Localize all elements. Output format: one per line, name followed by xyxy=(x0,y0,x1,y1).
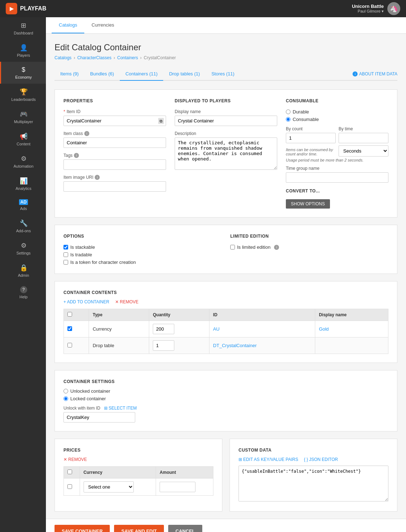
sidebar-item-players[interactable]: 👤 Players xyxy=(0,39,46,62)
sidebar-item-settings[interactable]: ⚙ Settings xyxy=(0,237,46,260)
locked-radio[interactable] xyxy=(63,396,68,401)
locked-container-option[interactable]: Locked container xyxy=(63,396,388,401)
breadcrumb-sep3: › xyxy=(140,55,142,60)
sidebar-item-automation[interactable]: ⚙ Automation xyxy=(0,150,46,173)
prices-title: PRICES xyxy=(63,448,213,453)
about-item-data-link[interactable]: i ABOUT ITEM DATA xyxy=(353,68,397,80)
json-editor-link[interactable]: { } JSON EDITOR xyxy=(304,457,338,462)
consumable-option[interactable]: Consumable xyxy=(286,117,388,122)
item-image-uri-info-icon[interactable]: i xyxy=(95,175,100,180)
avatar[interactable]: 🦄 xyxy=(387,2,400,15)
sidebar-item-admin[interactable]: 🔒 Admin xyxy=(0,260,46,282)
user-menu[interactable]: Unicorn Battle Paul Gilmore ▾ 🦄 xyxy=(352,2,400,15)
durable-option[interactable]: Durable xyxy=(286,109,388,115)
sidebar-item-economy[interactable]: $ Economy xyxy=(0,62,46,84)
is-token-checkbox[interactable] xyxy=(63,260,68,265)
row1-display-name-link[interactable]: Gold xyxy=(319,326,329,332)
sidebar-item-multiplayer[interactable]: 🎮 Multiplayer xyxy=(0,106,46,128)
copy-button[interactable]: ⧉ xyxy=(158,118,164,124)
row1-id: AU xyxy=(209,321,315,337)
price-row-checkbox[interactable] xyxy=(67,484,72,489)
row2-id-link[interactable]: DT_CrystalContainer xyxy=(213,343,256,348)
is-tradable-checkbox[interactable] xyxy=(63,252,68,257)
prices-select-all[interactable] xyxy=(67,470,72,474)
time-unit-select[interactable]: Seconds Minutes Hours Days xyxy=(339,145,388,157)
by-time-label: By time xyxy=(339,126,388,131)
prices-remove-link[interactable]: ✕ REMOVE xyxy=(63,457,87,462)
unlocked-container-option[interactable]: Unlocked container xyxy=(63,388,388,394)
time-group-name-input[interactable] xyxy=(286,172,388,183)
is-token-option[interactable]: Is a token for character creation xyxy=(63,260,222,265)
tags-input[interactable] xyxy=(63,159,166,170)
unlocked-radio[interactable] xyxy=(63,389,68,393)
item-class-input[interactable] xyxy=(63,137,166,148)
row1-type: Currency xyxy=(89,321,149,337)
breadcrumb-catalogs[interactable]: Catalogs xyxy=(55,55,71,60)
sidebar-item-ads[interactable]: AD Ads xyxy=(0,195,46,215)
analytics-icon: 📊 xyxy=(20,177,28,185)
item-id-input[interactable] xyxy=(63,116,166,126)
is-limited-info-icon[interactable]: i xyxy=(274,245,279,250)
sidebar-item-leaderboards[interactable]: 🏆 Leaderboards xyxy=(0,84,46,106)
json-editor-icon: { } xyxy=(304,457,308,462)
tab-catalogs[interactable]: Catalogs xyxy=(52,17,84,33)
is-stackable-checkbox[interactable] xyxy=(63,245,68,249)
sub-tab-stores[interactable]: Stores (11) xyxy=(206,67,240,81)
durable-radio[interactable] xyxy=(286,109,291,114)
custom-data-textarea[interactable]: {"usableInBattle":"false","icon":"WhiteC… xyxy=(239,466,388,501)
is-limited-edition-option[interactable]: Is limited edition i xyxy=(230,244,388,250)
description-input[interactable]: The crystallized, ectoplasmic remains fr… xyxy=(175,137,277,170)
properties-title: PROPERTIES xyxy=(63,98,166,103)
key-value-pairs-link[interactable]: ⊞ EDIT AS KEY/VALUE PAIRS xyxy=(239,457,298,462)
user-name: Paul Gilmore ▾ xyxy=(352,9,384,14)
row2-checkbox[interactable] xyxy=(67,343,72,347)
sidebar-item-label: Ads xyxy=(20,206,27,211)
row1-id-link[interactable]: AU xyxy=(213,326,219,332)
row1-checkbox[interactable] xyxy=(67,326,72,331)
item-image-uri-input[interactable] xyxy=(63,181,166,192)
row2-id: DT_CrystalContainer xyxy=(209,337,315,354)
remove-container-link[interactable]: ✕ REMOVE xyxy=(115,299,138,304)
top-nav: ▶ PLAYFAB Unicorn Battle Paul Gilmore ▾ … xyxy=(0,0,406,17)
sidebar-item-analytics[interactable]: 📊 Analytics xyxy=(0,173,46,195)
sub-tab-bundles[interactable]: Bundles (6) xyxy=(84,67,119,81)
currency-select[interactable]: Select one xyxy=(84,481,134,493)
sub-tab-droptables[interactable]: Drop tables (1) xyxy=(163,67,206,81)
sidebar-item-addons[interactable]: 🔧 Add-ons xyxy=(0,215,46,237)
unlock-item-input[interactable] xyxy=(63,412,135,423)
tags-info-icon[interactable]: i xyxy=(74,153,79,158)
price-amount-input[interactable] xyxy=(160,482,195,492)
by-time-input[interactable] xyxy=(339,133,388,143)
sidebar-item-dashboard[interactable]: ⊞ Dashboard xyxy=(0,17,46,39)
cancel-button[interactable]: CANCEL xyxy=(168,525,202,532)
show-options-button[interactable]: SHOW OPTIONS xyxy=(286,199,330,209)
sidebar-item-content[interactable]: 📢 Content xyxy=(0,128,46,150)
item-class-info-icon[interactable]: i xyxy=(84,131,89,136)
row1-quantity xyxy=(149,321,209,337)
price-row-checkbox-cell xyxy=(64,479,80,496)
row2-quantity-input[interactable] xyxy=(153,340,174,351)
add-to-container-link[interactable]: + ADD TO CONTAINER xyxy=(63,299,109,304)
is-stackable-option[interactable]: Is stackable xyxy=(63,244,222,250)
breadcrumb-characterclasses[interactable]: CharacterClasses xyxy=(77,55,111,60)
by-count-input[interactable] xyxy=(286,133,336,143)
breadcrumb-current: CrystalContainer xyxy=(144,55,176,60)
consumable-radio[interactable] xyxy=(286,117,291,122)
save-and-edit-button[interactable]: SAVE AND EDIT xyxy=(114,525,164,532)
display-name-input[interactable] xyxy=(175,116,277,126)
time-group-name-label: Time group name xyxy=(286,166,388,171)
is-tradable-option[interactable]: Is tradable xyxy=(63,252,222,257)
breadcrumb-containers[interactable]: Containers xyxy=(117,55,138,60)
prices-header-row: Currency Amount xyxy=(64,467,213,479)
is-limited-edition-checkbox[interactable] xyxy=(230,245,235,249)
sidebar-item-help[interactable]: ? Help xyxy=(0,282,46,303)
sub-tab-items[interactable]: Items (9) xyxy=(55,67,84,81)
options-section: OPTIONS Is stackable Is tradable Is a to… xyxy=(55,225,397,274)
sub-tab-containers[interactable]: Containers (11) xyxy=(120,67,164,81)
save-container-button[interactable]: SAVE CONTAINER xyxy=(55,525,110,532)
select-all-checkbox[interactable] xyxy=(67,312,72,317)
container-settings-radio: Unlocked container Locked container xyxy=(63,388,388,401)
select-item-link[interactable]: ⊞ SELECT ITEM xyxy=(104,406,137,411)
row1-quantity-input[interactable] xyxy=(153,324,174,334)
tab-currencies[interactable]: Currencies xyxy=(84,17,121,33)
